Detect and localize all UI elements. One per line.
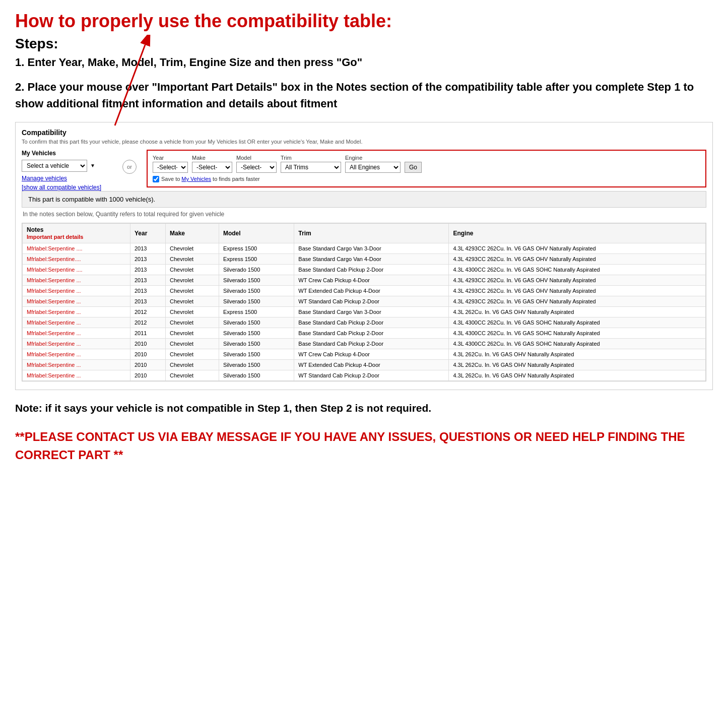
make-select[interactable]: -Select- [192,162,232,173]
table-row: Mfrlabel:Serpentine ... 2010 Chevrolet S… [23,370,706,380]
make-cell: Chevrolet [166,359,219,370]
year-cell: 2013 [130,296,166,306]
important-part-details-label: Important part details [27,234,83,240]
save-label: Save to My Vehicles to finds parts faste… [161,176,260,182]
model-field: Model -Select- [236,155,277,173]
make-cell: Chevrolet [166,349,219,359]
table-row: Mfrlabel:Serpentine ... 2012 Chevrolet E… [23,306,706,317]
trim-cell: WT Extended Cab Pickup 4-Door [294,285,449,296]
vehicle-select[interactable]: Select a vehicle [22,160,87,172]
make-field: Make -Select- [192,155,232,173]
my-vehicles-link[interactable]: My Vehicles [181,176,211,182]
engine-cell: 4.3L 262Cu. In. V6 GAS OHV Naturally Asp… [449,306,706,317]
year-cell: 2013 [130,285,166,296]
model-cell: Silverado 1500 [219,296,294,306]
engine-header: Engine [449,223,706,243]
go-button[interactable]: Go [405,162,422,173]
trim-cell: Base Standard Cab Pickup 2-Door [294,328,449,338]
main-title: How to properly use the compatibility ta… [15,10,713,32]
year-header: Year [130,223,166,243]
table-row: Mfrlabel:Serpentine ... 2010 Chevrolet S… [23,359,706,370]
notes-cell: Mfrlabel:Serpentine ... [23,338,130,349]
compatible-count: This part is compatible with 1000 vehicl… [22,191,706,208]
year-cell: 2013 [130,243,166,253]
manage-vehicles-link[interactable]: Manage vehicles [22,175,112,182]
table-row: Mfrlabel:Serpentine.... 2013 Chevrolet E… [23,253,706,264]
trim-cell: Base Standard Cargo Van 3-Door [294,306,449,317]
model-cell: Silverado 1500 [219,370,294,380]
my-vehicles-section: My Vehicles Select a vehicle ▼ Manage ve… [22,150,112,191]
model-cell: Express 1500 [219,306,294,317]
my-vehicles-label: My Vehicles [22,150,112,157]
table-row: Mfrlabel:Serpentine .... 2013 Chevrolet … [23,243,706,253]
model-cell: Silverado 1500 [219,338,294,349]
note-bottom: Note: if it says your vehicle is not com… [15,400,713,416]
show-compatible-link[interactable]: [show all compatible vehicles] [22,184,112,191]
make-cell: Chevrolet [166,275,219,285]
engine-cell: 4.3L 4300CC 262Cu. In. V6 GAS SOHC Natur… [449,264,706,275]
save-checkbox[interactable] [153,176,159,182]
model-cell: Silverado 1500 [219,275,294,285]
year-label: Year [153,155,188,161]
ymm-section: Year -Select- Make -Select- Model -Selec… [147,150,706,187]
trim-cell: Base Standard Cargo Van 3-Door [294,243,449,253]
engine-cell: 4.3L 4293CC 262Cu. In. V6 GAS OHV Natura… [449,253,706,264]
year-cell: 2010 [130,338,166,349]
trim-cell: Base Standard Cab Pickup 2-Door [294,317,449,328]
make-label: Make [192,155,232,161]
notes-cell: Mfrlabel:Serpentine ... [23,328,130,338]
engine-select[interactable]: All Engines [345,162,401,173]
save-checkbox-row: Save to My Vehicles to finds parts faste… [153,176,700,182]
compatibility-section: Compatibility To confirm that this part … [15,122,713,390]
trim-select[interactable]: All Trims [281,162,341,173]
trim-cell: Base Standard Cargo Van 4-Door [294,253,449,264]
make-cell: Chevrolet [166,296,219,306]
notes-cell: Mfrlabel:Serpentine .... [23,243,130,253]
year-cell: 2013 [130,275,166,285]
compat-subtitle: To confirm that this part fits your vehi… [22,139,706,145]
year-cell: 2012 [130,317,166,328]
table-row: Mfrlabel:Serpentine .... 2013 Chevrolet … [23,264,706,275]
year-cell: 2010 [130,370,166,380]
table-row: Mfrlabel:Serpentine ... 2012 Chevrolet S… [23,317,706,328]
trim-cell: WT Standard Cab Pickup 2-Door [294,296,449,306]
make-cell: Chevrolet [166,328,219,338]
trim-cell: WT Extended Cab Pickup 4-Door [294,359,449,370]
make-cell: Chevrolet [166,243,219,253]
notes-cell: Mfrlabel:Serpentine ... [23,349,130,359]
notes-cell: Mfrlabel:Serpentine ... [23,370,130,380]
year-cell: 2010 [130,359,166,370]
model-header: Model [219,223,294,243]
year-select[interactable]: -Select- [153,162,188,173]
notes-cell: Mfrlabel:Serpentine .... [23,264,130,275]
model-select[interactable]: -Select- [236,162,277,173]
table-row: Mfrlabel:Serpentine ... 2013 Chevrolet S… [23,275,706,285]
make-cell: Chevrolet [166,253,219,264]
compat-title: Compatibility [22,129,706,137]
table-row: Mfrlabel:Serpentine ... 2013 Chevrolet S… [23,285,706,296]
notes-cell: Mfrlabel:Serpentine ... [23,306,130,317]
trim-label: Trim [281,155,341,161]
trim-cell: WT Crew Cab Pickup 4-Door [294,275,449,285]
year-cell: 2012 [130,306,166,317]
model-cell: Express 1500 [219,243,294,253]
trim-cell: Base Standard Cab Pickup 2-Door [294,264,449,275]
engine-cell: 4.3L 262Cu. In. V6 GAS OHV Naturally Asp… [449,359,706,370]
year-cell: 2010 [130,349,166,359]
make-cell: Chevrolet [166,285,219,296]
compatibility-table-wrapper: Notes Important part details Year Make M… [22,223,706,381]
step2-text: 2. Place your mouse over "Important Part… [15,79,713,112]
engine-cell: 4.3L 4300CC 262Cu. In. V6 GAS SOHC Natur… [449,328,706,338]
notes-cell: Mfrlabel:Serpentine ... [23,296,130,306]
year-cell: 2013 [130,253,166,264]
engine-cell: 4.3L 4293CC 262Cu. In. V6 GAS OHV Natura… [449,243,706,253]
engine-cell: 4.3L 4300CC 262Cu. In. V6 GAS SOHC Natur… [449,338,706,349]
trim-field: Trim All Trims [281,155,341,173]
contact-note: **PLEASE CONTACT US VIA EBAY MESSAGE IF … [15,428,713,464]
trim-cell: Base Standard Cab Pickup 2-Door [294,338,449,349]
engine-cell: 4.3L 4293CC 262Cu. In. V6 GAS OHV Natura… [449,296,706,306]
notes-cell: Mfrlabel:Serpentine ... [23,275,130,285]
make-cell: Chevrolet [166,370,219,380]
engine-label: Engine [345,155,401,161]
table-row: Mfrlabel:Serpentine ... 2010 Chevrolet S… [23,349,706,359]
